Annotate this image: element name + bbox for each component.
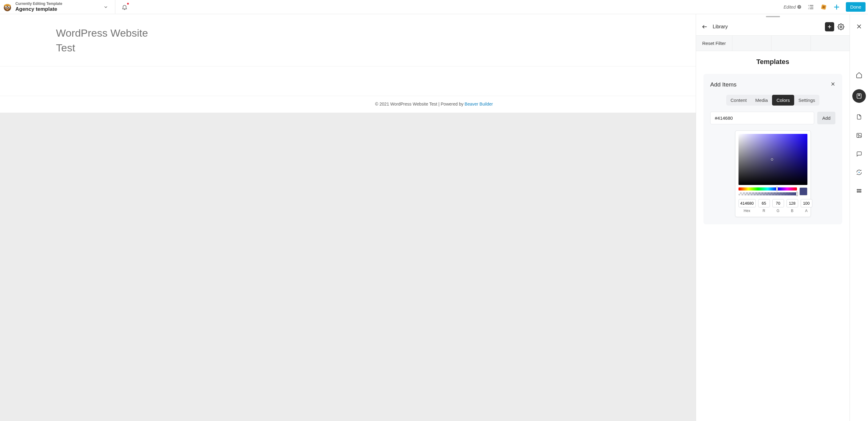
svg-point-32: [860, 189, 861, 190]
add-library-item-button[interactable]: [825, 22, 834, 31]
svg-rect-26: [857, 94, 861, 98]
picker-inputs: Hex R G B A: [739, 199, 807, 213]
label-a: A: [805, 209, 807, 213]
rail-media[interactable]: [855, 131, 863, 140]
label-r: R: [763, 209, 765, 213]
sync-icon: [856, 169, 862, 175]
app-logo[interactable]: [1, 1, 13, 13]
notifications-button[interactable]: [121, 3, 128, 11]
svg-point-5: [6, 8, 8, 10]
svg-point-4: [8, 7, 9, 8]
picker-b-input[interactable]: [786, 199, 798, 207]
card-close-button[interactable]: [831, 82, 835, 88]
alpha-thumb[interactable]: [796, 192, 798, 196]
top-bar: Currently Editing Template Agency templa…: [0, 0, 868, 14]
plus-icon: [827, 24, 832, 30]
panel-close-button[interactable]: [856, 23, 863, 30]
title-block[interactable]: Currently Editing Template Agency templa…: [16, 2, 62, 12]
svg-point-35: [860, 191, 861, 192]
rail-content[interactable]: [855, 113, 863, 121]
file-icon: [856, 114, 862, 120]
plus-icon: [833, 3, 840, 11]
svg-point-29: [859, 172, 859, 173]
template-name: Agency template: [16, 6, 62, 12]
picker-g-input[interactable]: [772, 199, 784, 207]
panel-title: Library: [713, 24, 728, 30]
rail-home[interactable]: [855, 71, 863, 80]
rail-updates[interactable]: [855, 168, 863, 177]
editing-context-label: Currently Editing Template: [16, 2, 62, 6]
add-color-button[interactable]: Add: [817, 112, 835, 124]
edited-indicator[interactable]: Edited ?: [783, 5, 802, 9]
bell-icon: [122, 4, 128, 10]
hue-thumb[interactable]: [776, 187, 778, 191]
panel-settings-button[interactable]: [837, 23, 845, 30]
tab-media[interactable]: Media: [751, 95, 772, 106]
right-rail: [849, 14, 868, 421]
library-panel: Library Reset Filter Templates Add Items: [696, 14, 849, 421]
alpha-slider[interactable]: [739, 192, 797, 196]
svg-text:?: ?: [799, 5, 800, 9]
svg-point-30: [857, 189, 858, 190]
assistant-icon: [820, 4, 827, 10]
notification-dot-icon: [127, 3, 129, 5]
footer-text: © 2021 WordPress Website Test | Powered …: [375, 101, 465, 107]
svg-rect-15: [823, 5, 825, 8]
filter-cell[interactable]: [771, 36, 810, 51]
current-color-swatch: [799, 187, 807, 196]
filter-cell[interactable]: [811, 36, 849, 51]
rail-library[interactable]: [852, 89, 866, 103]
label-hex: Hex: [744, 209, 750, 213]
home-icon: [856, 72, 863, 79]
tab-content[interactable]: Content: [726, 95, 751, 106]
top-bar-left: Currently Editing Template Agency templa…: [0, 0, 128, 14]
panel-scroll[interactable]: Templates Add Items Content Media Colors…: [696, 51, 849, 421]
tab-settings[interactable]: Settings: [794, 95, 819, 106]
footer-link[interactable]: Beaver Builder: [465, 101, 493, 107]
filter-row: Reset Filter: [696, 36, 849, 51]
comment-icon: [856, 151, 862, 157]
svg-point-34: [859, 191, 859, 192]
color-picker: Hex R G B A: [735, 130, 811, 217]
outline-button[interactable]: [807, 3, 814, 11]
site-title: WordPress Website Test: [56, 26, 167, 55]
picker-r-input[interactable]: [758, 199, 770, 207]
chevron-down-icon[interactable]: [102, 3, 110, 11]
label-g: G: [777, 209, 779, 213]
picker-a-input[interactable]: [801, 199, 812, 207]
panel-header: Library: [696, 18, 849, 36]
add-items-card: Add Items Content Media Colors Settings …: [704, 74, 842, 224]
section-title: Templates: [696, 51, 849, 74]
reset-filter-button[interactable]: Reset Filter: [696, 36, 732, 51]
svg-point-31: [859, 189, 859, 190]
outline-icon: [807, 4, 814, 10]
close-icon: [856, 23, 862, 30]
gear-icon: [838, 23, 844, 30]
label-b: B: [791, 209, 793, 213]
divider: [115, 0, 115, 14]
done-button[interactable]: Done: [846, 2, 866, 12]
image-icon: [856, 132, 862, 139]
svg-point-3: [5, 7, 7, 8]
saturation-value-area[interactable]: [739, 134, 807, 185]
filter-cell[interactable]: [732, 36, 771, 51]
rail-comments[interactable]: [855, 150, 863, 158]
rail-apps[interactable]: [855, 186, 863, 195]
assistant-button[interactable]: [820, 3, 828, 11]
sv-thumb[interactable]: [771, 158, 773, 161]
close-icon: [831, 82, 835, 87]
edited-label: Edited: [783, 5, 796, 9]
tab-colors[interactable]: Colors: [772, 95, 794, 106]
svg-point-21: [840, 26, 842, 28]
back-button[interactable]: [701, 23, 708, 30]
card-tabs: Content Media Colors Settings: [726, 95, 819, 106]
top-bar-right: Edited ? Done: [783, 0, 868, 14]
picker-hex-input[interactable]: [739, 199, 756, 207]
add-content-button[interactable]: [833, 3, 840, 11]
hue-slider[interactable]: [739, 187, 797, 190]
help-icon: ?: [797, 5, 802, 9]
bookmark-icon: [856, 93, 862, 99]
arrow-left-icon: [702, 24, 708, 30]
drag-handle[interactable]: [766, 16, 780, 17]
hex-text-input[interactable]: [710, 112, 814, 124]
